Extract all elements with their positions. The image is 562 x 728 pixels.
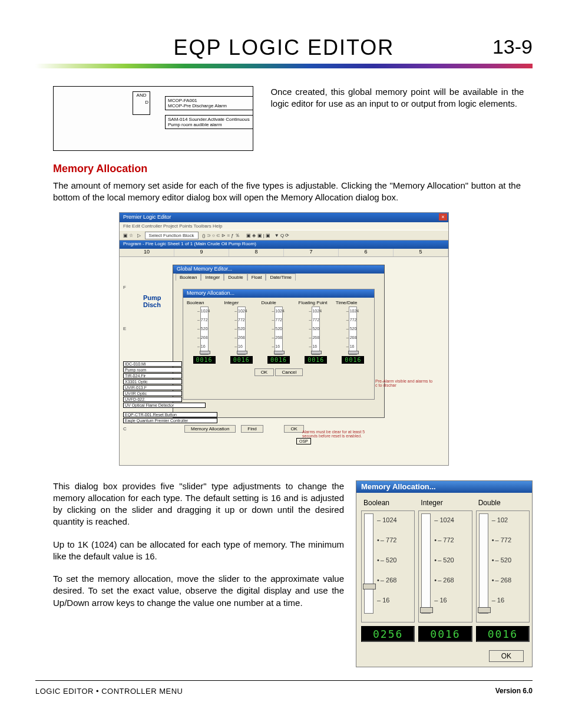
footer-rule — [35, 680, 533, 681]
body-paragraph-3: Up to 1K (1024) can be allocated for eac… — [53, 539, 344, 563]
osp-box: OSP — [296, 438, 311, 444]
gme-ok-button[interactable]: OK — [284, 425, 304, 433]
editor-toolbar[interactable]: ▣ ☆ ▷ Select Function Block () ⊃ ○ ⊂ ⊳ =… — [120, 230, 448, 241]
logic-output-box-2: SAM-014 Sounder.Activate Continuous Pump… — [165, 115, 253, 129]
gme-tabs[interactable]: BooleanIntegerDoubleFloatDate/Time — [173, 274, 384, 281]
pump-label: PumpDisch — [143, 294, 161, 308]
editor-titlebar: Premier Logic Editor × — [120, 213, 448, 222]
footer-left: LOGIC EDITOR • CONTROLLER MENU — [35, 687, 183, 696]
row-mark-C: C — [123, 426, 127, 431]
ticks-integer: – 1024 – 772 – 520 – 268 – 16 — [434, 510, 454, 616]
logic-snippet-figure: AND D MCOP-FA001 MCOP-Pre Discharge Alar… — [53, 86, 253, 151]
sheet-titlebar: Program - Fire Logic Sheet 1 of 1 (Main … — [120, 241, 448, 249]
digit-timedate: 0016 — [342, 356, 364, 364]
close-icon[interactable]: × — [439, 213, 447, 220]
ticks-boolean: – 1024 – 772 – 520 – 268 – 16 — [377, 510, 397, 616]
device-point-boxes: IDC-010.MiPump room TIR-024.FirX3301 Opt… — [123, 361, 217, 424]
memory-allocation-button[interactable]: Memory Allocation — [184, 425, 236, 433]
row-mark-F: F — [123, 285, 126, 290]
reset-note: Alarms must be clear for at least 5 seco… — [302, 430, 373, 438]
alloc-cancel-button[interactable]: Cancel — [275, 368, 303, 376]
body-paragraph-2: This dialog box provides five "slider" t… — [53, 480, 344, 528]
alloc-titlebar: Memory Allocation... — [183, 289, 374, 298]
function-block-select[interactable]: Select Function Block — [145, 232, 199, 239]
editor-screenshot-figure: Premier Logic Editor × File Edit Control… — [119, 212, 449, 466]
digit-integer: 0016 — [230, 356, 253, 364]
memory-allocation-detail-figure: Memory Allocation... Boolean – 1024 – 77… — [356, 480, 533, 667]
slider-double-detail[interactable] — [479, 513, 488, 614]
ticks-double: – 102 – 772 – 520 – 268 – 16 — [492, 510, 511, 616]
display-integer: 0016 — [418, 626, 472, 642]
digit-double: 0016 — [267, 356, 290, 364]
alloc-detail-ok-button[interactable]: OK — [489, 650, 524, 662]
page-number: 13-9 — [492, 35, 533, 58]
display-double: 0016 — [476, 626, 530, 642]
pre-alarm-note: Pre-Alarm visible and alarms to c to dis… — [375, 379, 434, 387]
find-button[interactable]: Find — [241, 425, 263, 433]
col-label-boolean: Boolean — [361, 499, 415, 507]
gme-titlebar: Global Memory Editor... — [173, 265, 384, 274]
alloc-ok-button[interactable]: OK — [254, 368, 275, 376]
column-ruler: 1098 765 — [120, 249, 448, 257]
body-paragraph-4: To set the memory allocation, move the s… — [53, 573, 344, 609]
slider-boolean-detail[interactable] — [364, 513, 373, 614]
and-gate: AND D — [133, 91, 150, 115]
header-rule — [35, 64, 533, 68]
editor-menubar[interactable]: File Edit Controller Project Points Tool… — [120, 222, 448, 230]
alloc-detail-titlebar: Memory Allocation... — [356, 481, 532, 493]
digit-float: 0016 — [305, 356, 327, 364]
logic-output-box-1: MCOP-FA001 MCOP-Pre Discharge Alarm — [165, 96, 253, 110]
col-label-integer: Integer — [418, 499, 472, 507]
section-heading: Memory Allocation — [53, 163, 533, 175]
footer-right: Version 6.0 — [495, 687, 533, 696]
row-mark-E: E — [123, 326, 126, 331]
body-paragraph-1: The amount of memory set aside for each … — [53, 180, 521, 204]
slider-integer-detail[interactable] — [421, 513, 431, 614]
page-title: EQP Logic Editor — [174, 35, 395, 60]
display-boolean: 0256 — [361, 626, 415, 642]
col-label-double: Double — [476, 499, 530, 507]
